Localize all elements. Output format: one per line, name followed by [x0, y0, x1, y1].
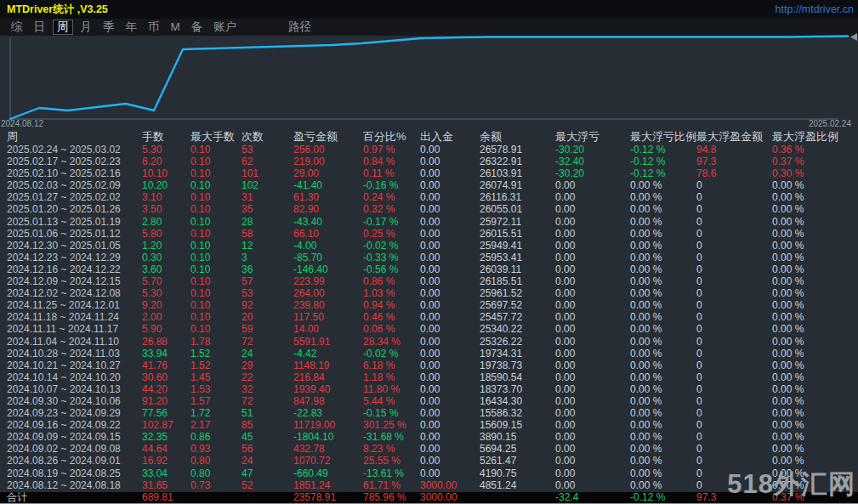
- cell-mfl: 0.00: [555, 228, 630, 240]
- cell-trades: 51: [241, 407, 293, 419]
- cell-lots: 41.76: [142, 360, 190, 371]
- table-row[interactable]: 2024.12.23 ~ 2024.12.290.300.103-85.70-0…: [0, 252, 858, 263]
- cell-mfp_pct: 0.00 %: [772, 395, 858, 407]
- cell-mfl_pct: 0.00 %: [630, 383, 696, 395]
- table-row[interactable]: 2025.01.06 ~ 2025.01.125.800.105866.100.…: [0, 228, 858, 240]
- table-body: 2025.02.24 ~ 2025.03.025.300.1053256.000…: [0, 144, 858, 491]
- cell-mfl_pct: 0.00 %: [630, 191, 696, 203]
- cell-percent: -13.61 %: [363, 467, 420, 479]
- cell-mfl_pct: -0.12 %: [630, 167, 696, 179]
- cell-deposit: 0.00: [420, 191, 480, 203]
- cell-mfl_pct: 0.00 %: [630, 275, 696, 287]
- cell-lots: 33.04: [142, 467, 190, 479]
- menu-item-周[interactable]: 周: [53, 20, 73, 35]
- table-row[interactable]: 2024.11.04 ~ 2024.11.1026.881.78725591.9…: [0, 336, 858, 348]
- cell-trades: 47: [241, 467, 293, 479]
- cell-percent: 28.34 %: [363, 336, 420, 348]
- table-row[interactable]: 2024.10.21 ~ 2024.10.2741.761.52291148.1…: [0, 360, 858, 371]
- table-row[interactable]: 2025.01.27 ~ 2025.02.023.100.103161.300.…: [0, 191, 858, 203]
- cell-mfp: 0: [696, 455, 772, 467]
- menu-item-备[interactable]: 备: [188, 20, 207, 34]
- cell-mfp: 0: [696, 252, 772, 263]
- cell-profit: 1148.19: [293, 360, 363, 371]
- table-row[interactable]: 2024.12.02 ~ 2024.12.085.300.1053264.001…: [0, 287, 858, 299]
- cell-mfl: 0.00: [555, 179, 630, 191]
- cell-mfp: 0: [696, 336, 772, 348]
- cell-mfp: 0: [696, 395, 772, 407]
- cell-mfp: 0: [696, 383, 772, 395]
- cell-max_lots: 0.10: [190, 252, 241, 263]
- cell-max_lots: 1.72: [190, 407, 241, 419]
- table-row[interactable]: 2025.02.24 ~ 2025.03.025.300.1053256.000…: [0, 144, 858, 156]
- cell-percent: 1.03 %: [363, 287, 420, 299]
- table-row[interactable]: 2024.09.02 ~ 2024.09.0844.640.9356432.78…: [0, 443, 858, 455]
- table-row[interactable]: 2024.09.16 ~ 2024.09.22102.872.178511719…: [0, 419, 858, 431]
- cell-deposit: 0.00: [420, 455, 480, 467]
- cell-mfl: 0.00: [555, 287, 630, 299]
- cell-mfl_pct: 0.00 %: [630, 240, 696, 252]
- menu-item-季[interactable]: 季: [99, 20, 118, 34]
- cell-max_lots: 0.10: [190, 179, 241, 191]
- table-row[interactable]: 2024.12.09 ~ 2024.12.155.700.1057223.990…: [0, 275, 858, 287]
- menu-item-日[interactable]: 日: [31, 20, 49, 34]
- cell-percent: 8.23 %: [363, 443, 420, 455]
- cell-trades: 92: [241, 299, 293, 311]
- table-row[interactable]: 2024.09.23 ~ 2024.09.2977.561.7251-22.83…: [0, 407, 858, 419]
- cell-mfl_pct: 0.00 %: [630, 287, 696, 299]
- table-row[interactable]: 2024.10.28 ~ 2024.11.0333.941.5224-4.42-…: [0, 348, 858, 360]
- cell-mfp_pct: 0.00 %: [772, 287, 858, 299]
- cell-percent: -0.02 %: [363, 240, 420, 252]
- table-row[interactable]: 2025.01.13 ~ 2025.01.192.800.1028-43.40-…: [0, 216, 858, 228]
- cell-trades: 72: [241, 395, 293, 407]
- cell-percent: -0.33 %: [363, 252, 420, 263]
- table-row[interactable]: 2024.10.14 ~ 2024.10.2030.601.4522216.84…: [0, 371, 858, 383]
- menu-item-年[interactable]: 年: [122, 20, 141, 34]
- cell-mfl: 0.00: [555, 383, 630, 395]
- table-row[interactable]: 2025.01.20 ~ 2025.01.263.500.103582.900.…: [0, 203, 858, 215]
- cell-percent: 785.96 %: [363, 492, 420, 504]
- table-row[interactable]: 2024.11.25 ~ 2024.12.019.200.1092239.800…: [0, 299, 858, 311]
- menu-item-账户[interactable]: 账户: [210, 20, 240, 34]
- table-row[interactable]: 2025.02.10 ~ 2025.02.1610.100.1010129.00…: [0, 167, 858, 179]
- menu-item-综[interactable]: 综: [8, 20, 26, 34]
- cell-mfp: 0: [696, 371, 772, 383]
- table-row[interactable]: 2024.12.16 ~ 2024.12.223.600.1036-146.40…: [0, 263, 858, 275]
- cell-period: 2025.01.27 ~ 2025.02.02: [0, 191, 142, 203]
- cell-profit: 5591.91: [293, 336, 363, 348]
- vendor-url-link[interactable]: http://mtdriver.cn: [776, 3, 854, 15]
- cell-lots: 44.20: [142, 383, 190, 395]
- cell-mfp: 94.8: [696, 144, 772, 156]
- table-row[interactable]: 2024.09.09 ~ 2024.09.1532.350.8645-1804.…: [0, 431, 858, 443]
- menu-item-币[interactable]: 币: [145, 20, 163, 34]
- cell-period: 2024.09.30 ~ 2024.10.06: [0, 395, 142, 407]
- table-row[interactable]: 2024.08.26 ~ 2024.09.0116.920.80241070.7…: [0, 455, 858, 467]
- table-row[interactable]: 2024.09.30 ~ 2024.10.0691.201.5772847.98…: [0, 395, 858, 407]
- cell-mfp: 0: [696, 240, 772, 252]
- cell-period: 2025.02.17 ~ 2025.02.23: [0, 156, 142, 167]
- cell-mfl_pct: 0.00 %: [630, 216, 696, 228]
- table-row[interactable]: 2024.12.30 ~ 2025.01.051.200.1012-4.00-0…: [0, 240, 858, 252]
- table-row[interactable]: 2025.02.17 ~ 2025.02.236.200.1062219.000…: [0, 156, 858, 167]
- cell-mfl: 0.00: [555, 407, 630, 419]
- cell-lots: 16.92: [142, 455, 190, 467]
- cell-max_lots: 0.10: [190, 228, 241, 240]
- menu-item-月[interactable]: 月: [77, 20, 96, 34]
- cell-profit: -4.00: [293, 240, 363, 252]
- cell-period: 2024.08.26 ~ 2024.09.01: [0, 455, 142, 467]
- cell-balance: 26103.91: [480, 167, 555, 179]
- cell-percent: 0.11 %: [363, 167, 420, 179]
- cell-mfp: 0: [696, 407, 772, 419]
- equity-chart-svg: [0, 36, 858, 129]
- menu-item-M[interactable]: M: [168, 20, 184, 34]
- cell-balance: 25326.22: [480, 336, 555, 348]
- table-row[interactable]: 2025.02.03 ~ 2025.02.0910.200.10102-41.4…: [0, 179, 858, 191]
- cell-max_lots: 0.10: [190, 156, 241, 167]
- table-row[interactable]: 2024.11.11 ~ 2024.11.175.900.105914.000.…: [0, 323, 858, 335]
- cell-deposit: 0.00: [420, 275, 480, 287]
- cell-trades: 35: [241, 203, 293, 215]
- cell-trades: 22: [241, 371, 293, 383]
- cell-trades: 3: [241, 252, 293, 263]
- table-row[interactable]: 2024.11.18 ~ 2024.11.242.000.1020117.500…: [0, 311, 858, 323]
- table-row[interactable]: 2024.10.07 ~ 2024.10.1344.201.53321939.4…: [0, 383, 858, 395]
- menu-item-path[interactable]: 路径: [288, 20, 311, 35]
